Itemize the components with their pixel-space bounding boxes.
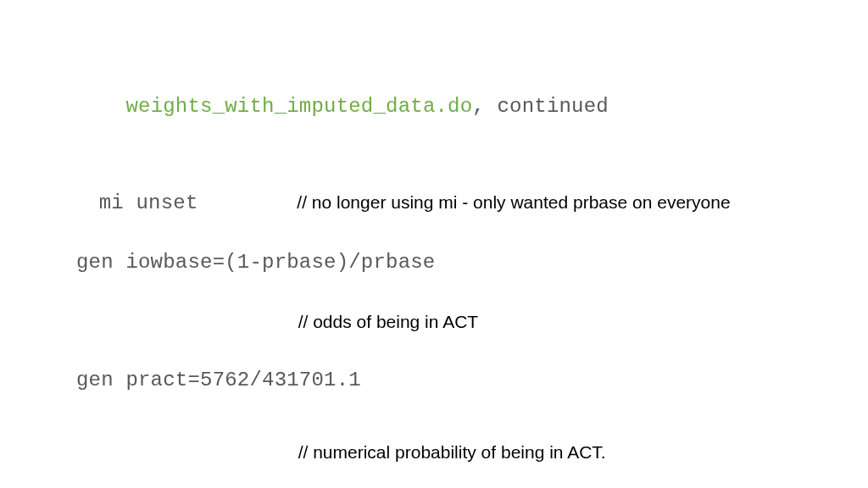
code-line-iowbase: gen iowbase=(1-prbase)/prbase xyxy=(76,248,792,278)
comment-line-odds: // odds of being in ACT xyxy=(76,278,792,366)
slide: weights_with_imputed_data.do, continued … xyxy=(0,0,868,488)
code-mi-unset: mi unset xyxy=(99,191,198,214)
spacer xyxy=(76,396,792,408)
code-line-mi-unset: mi unset // no longer using mi - only wa… xyxy=(76,158,792,247)
comment-odds: // odds of being in ACT xyxy=(298,312,478,331)
title-suffix: , continued xyxy=(472,95,609,118)
comment-numprob: // numerical probability of being in ACT… xyxy=(298,442,606,462)
title-line: weights_with_imputed_data.do, continued xyxy=(76,63,792,151)
comment-line-numprob: // numerical probability of being in ACT… xyxy=(76,408,792,488)
title-filename: weights_with_imputed_data.do xyxy=(125,95,472,118)
comment-mi-unset: // no longer using mi - only wanted prba… xyxy=(297,192,730,212)
code-line-pract: gen pract=5762/431701.1 xyxy=(76,366,792,396)
